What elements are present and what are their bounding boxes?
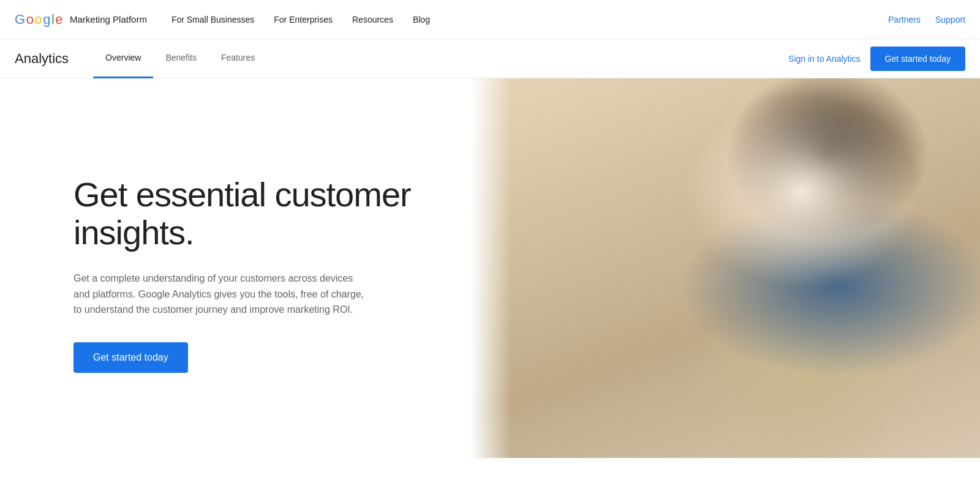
sec-nav-features[interactable]: Features <box>209 39 267 78</box>
logo-o1: o <box>26 12 34 28</box>
top-navigation: Google Marketing Platform For Small Busi… <box>0 0 980 39</box>
logo-g2: g <box>43 12 50 28</box>
photo-overlay <box>470 78 980 458</box>
logo-area: Google Marketing Platform <box>15 12 147 28</box>
hero-cta-button[interactable]: Get started today <box>74 342 188 373</box>
nav-blog[interactable]: Blog <box>413 15 430 24</box>
hero-content: Get essential customer insights. Get a c… <box>0 78 470 458</box>
get-started-button-top[interactable]: Get started today <box>870 47 965 71</box>
nav-resources[interactable]: Resources <box>352 15 393 24</box>
nav-small-businesses[interactable]: For Small Businesses <box>172 15 254 24</box>
hero-headline: Get essential customer insights. <box>74 176 434 251</box>
top-nav-right: Partners Support <box>888 15 965 24</box>
secondary-nav-links: Overview Benefits Features <box>93 39 788 78</box>
nav-support[interactable]: Support <box>935 15 965 24</box>
secondary-nav-right: Sign in to Analytics Get started today <box>788 47 965 71</box>
sec-nav-overview[interactable]: Overview <box>93 39 153 78</box>
nav-partners[interactable]: Partners <box>888 15 921 24</box>
top-nav-links: For Small Businesses For Enterprises Res… <box>172 15 888 24</box>
platform-name: Marketing Platform <box>70 14 147 24</box>
logo-o2: o <box>34 12 42 28</box>
sec-nav-benefits[interactable]: Benefits <box>153 39 209 78</box>
nav-enterprises[interactable]: For Enterprises <box>274 15 333 24</box>
secondary-navigation: Analytics Overview Benefits Features Sig… <box>0 39 980 78</box>
hero-image <box>470 78 980 458</box>
logo-l: l <box>51 12 54 28</box>
hero-description: Get a complete understanding of your cus… <box>74 271 368 318</box>
logo-e: e <box>55 12 62 28</box>
google-logo: Google <box>15 12 62 28</box>
analytics-title: Analytics <box>15 51 69 67</box>
sign-in-link[interactable]: Sign in to Analytics <box>788 54 861 64</box>
logo-g: G <box>15 12 25 28</box>
hero-section: Get essential customer insights. Get a c… <box>0 78 980 458</box>
